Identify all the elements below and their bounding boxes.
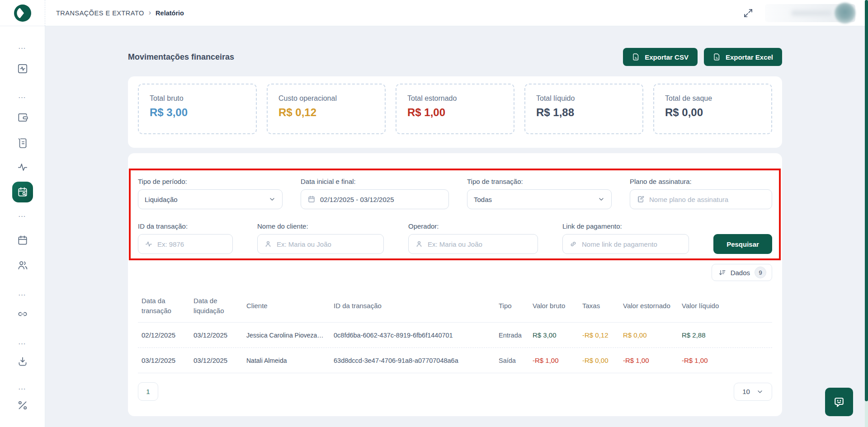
cell-id-transacao: 63d8dccd-3e47-4706-91a8-a07707048a6a: [330, 357, 495, 364]
filter-label: Nome do cliente:: [257, 222, 384, 230]
brand-logo-icon[interactable]: [14, 4, 32, 22]
file-chart-icon: [632, 53, 640, 61]
col-header[interactable]: Valor bruto: [529, 297, 579, 314]
stat-total-liquido: Total líquido R$ 1,88: [524, 84, 643, 134]
sidebar-item-more-6[interactable]: ...: [19, 384, 26, 391]
sidebar-item-more-5[interactable]: ...: [19, 339, 26, 346]
col-header[interactable]: ID da transação: [330, 297, 495, 314]
link-pagamento-input[interactable]: [582, 240, 682, 248]
calendar-icon[interactable]: [17, 235, 28, 246]
main-area: Movimentações financeiras Exportar CSV: [46, 27, 865, 427]
per-page-value: 10: [742, 388, 750, 395]
col-header[interactable]: Data da transação: [138, 292, 190, 319]
cell-tipo: Saída: [495, 357, 529, 364]
chevron-down-icon: [269, 196, 276, 203]
breadcrumb-section[interactable]: TRANSAÇÕES E EXTRATO: [56, 9, 144, 17]
fullscreen-icon[interactable]: [742, 7, 754, 19]
col-header[interactable]: Cliente: [243, 297, 330, 314]
cell-data-transacao: 02/12/2025: [138, 331, 190, 339]
col-header[interactable]: Data de liquidação: [190, 292, 243, 319]
table-header-row: Data da transação Data de liquidação Cli…: [138, 289, 772, 323]
chat-smiley-icon: [832, 395, 846, 409]
cell-data-liquidacao: 03/12/2025: [190, 357, 243, 364]
cell-valor-bruto: -R$ 1,00: [529, 357, 579, 364]
filter-label: ID da transação:: [138, 222, 233, 230]
dados-button[interactable]: Dados 9: [712, 264, 772, 281]
col-header[interactable]: Valor estornado: [619, 297, 678, 314]
stat-total-estornado: Total estornado R$ 1,00: [396, 84, 514, 134]
id-transacao-field: [138, 234, 233, 254]
cell-valor-liquido: -R$ 1,00: [678, 357, 772, 364]
cell-valor-bruto: R$ 3,00: [529, 331, 579, 339]
cell-id-transacao: 0c8fd6ba-6062-437c-8919-6fb6f1440701: [330, 332, 495, 339]
wallet-icon[interactable]: [17, 112, 28, 123]
cell-cliente: Natali Almeida: [243, 357, 330, 364]
stat-label: Custo operacional: [278, 94, 374, 103]
sidebar-item-more-4[interactable]: ...: [19, 290, 26, 297]
sidebar-item-more-2[interactable]: ...: [19, 93, 26, 99]
download-icon[interactable]: [17, 356, 28, 367]
plano-assinatura-input[interactable]: [649, 196, 765, 203]
link-icon[interactable]: [17, 308, 28, 320]
filters-row-1: Tipo de período: Liquidação Data inicial…: [138, 153, 772, 209]
sidebar-nav: ... ... ...: [0, 26, 45, 427]
cell-tipo: Entrada: [495, 332, 529, 339]
tipo-periodo-value: Liquidação: [145, 196, 178, 203]
id-transacao-input[interactable]: [157, 240, 226, 248]
breadcrumb-current: Relatório: [156, 9, 184, 17]
page-1-button[interactable]: 1: [138, 382, 158, 401]
filter-label: Tipo de transação:: [467, 178, 612, 185]
export-excel-button[interactable]: Exportar Excel: [704, 48, 782, 66]
nome-cliente-input[interactable]: [277, 240, 377, 248]
activity-square-icon[interactable]: [17, 63, 28, 75]
operador-field: [408, 234, 538, 254]
activity-icon[interactable]: [17, 161, 28, 173]
operador-input[interactable]: [428, 240, 531, 248]
users-icon[interactable]: [17, 259, 28, 271]
sidebar-item-report-active[interactable]: [12, 182, 33, 202]
scrollbar-thumb[interactable]: [865, 0, 868, 401]
export-excel-label: Exportar Excel: [726, 53, 773, 61]
sidebar-item-more-1[interactable]: ...: [19, 43, 26, 50]
notebook-pen-icon: [637, 195, 645, 203]
sidebar-item-more-3[interactable]: ...: [19, 211, 26, 218]
table-row[interactable]: 03/12/2025 03/12/2025 Natali Almeida 63d…: [138, 348, 772, 373]
col-header[interactable]: Valor líquido: [678, 297, 772, 314]
user-menu[interactable]: [765, 4, 855, 22]
breadcrumb: TRANSAÇÕES E EXTRATO › Relatório: [56, 9, 184, 17]
table-row[interactable]: 02/12/2025 03/12/2025 Jessica Carolina P…: [138, 323, 772, 348]
percent-icon[interactable]: [17, 399, 28, 411]
cell-valor-estornado: R$ 0,00: [619, 331, 678, 339]
page-scrollbar[interactable]: [865, 0, 868, 427]
col-header[interactable]: Taxas: [579, 297, 619, 314]
chevron-down-icon: [598, 196, 605, 203]
stat-value: R$ 0,00: [665, 106, 760, 119]
receipt-scroll-icon[interactable]: [17, 137, 28, 149]
col-header[interactable]: Tipo: [495, 297, 529, 314]
tipo-transacao-select[interactable]: Todas: [467, 189, 612, 209]
stat-value: R$ 1,88: [536, 106, 632, 119]
stat-total-bruto: Total bruto R$ 3,00: [138, 84, 257, 134]
avatar[interactable]: [835, 3, 855, 23]
stat-value: R$ 1,00: [407, 106, 503, 119]
cell-valor-estornado: -R$ 1,00: [619, 357, 678, 364]
stat-total-saque: Total de saque R$ 0,00: [653, 84, 772, 134]
calendar-icon: [307, 195, 316, 203]
tipo-periodo-select[interactable]: Liquidação: [138, 189, 283, 209]
export-csv-button[interactable]: Exportar CSV: [623, 48, 698, 66]
cell-data-liquidacao: 03/12/2025: [190, 331, 243, 339]
stat-label: Total de saque: [665, 94, 760, 103]
date-range-field[interactable]: 02/12/2025 - 03/12/2025: [301, 189, 449, 209]
date-range-value: 02/12/2025 - 03/12/2025: [320, 196, 394, 203]
per-page-select[interactable]: 10: [734, 383, 772, 401]
cell-valor-liquido: R$ 2,88: [678, 331, 772, 339]
chat-widget-button[interactable]: [825, 388, 853, 416]
pesquisar-button[interactable]: Pesquisar: [713, 234, 772, 254]
stat-label: Total bruto: [150, 94, 245, 103]
file-chart-icon: [713, 53, 721, 61]
cell-data-transacao: 03/12/2025: [138, 357, 190, 364]
report-card: Tipo de período: Liquidação Data inicial…: [128, 153, 782, 416]
filters-row-2: ID da transação: Nome do cliente:: [138, 222, 772, 254]
export-csv-label: Exportar CSV: [645, 53, 689, 61]
filter-label: Tipo de período:: [138, 178, 283, 185]
